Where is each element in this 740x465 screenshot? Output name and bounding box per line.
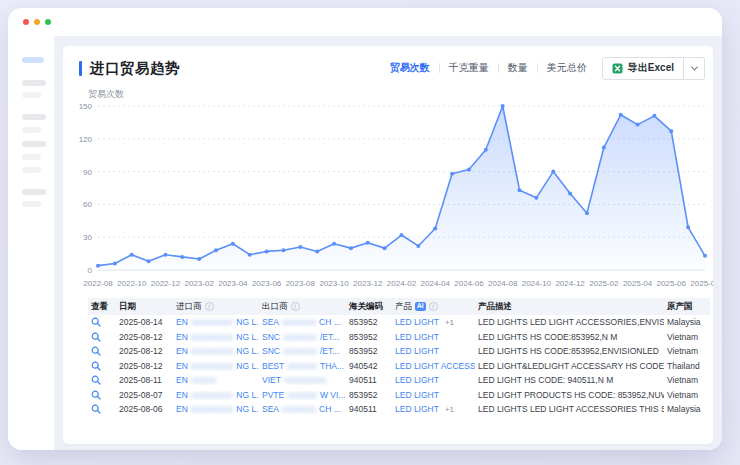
col-description: 产品描述 (475, 301, 664, 313)
product-description: LED LIGHTS LED LIGHT ACCESSORIES THIS SH… (475, 404, 664, 414)
view-record-button[interactable] (88, 404, 116, 414)
exporter-link[interactable]: SEA xxxxxxxxCH ... (259, 404, 346, 414)
svg-text:120: 120 (79, 135, 93, 144)
sidebar-item[interactable] (22, 114, 46, 120)
svg-text:2024-02: 2024-02 (387, 279, 417, 288)
card-header: 进口贸易趋势 贸易次数 千克重量 数量 美元总价 导出Exc (79, 55, 705, 81)
svg-text:0: 0 (88, 266, 93, 275)
table-row: 2025-08-12ENxxxxxxxxxxNG L...SNC xxxxxxx… (88, 344, 710, 359)
tab-quantity[interactable]: 数量 (508, 61, 528, 75)
table-header-row: 查看 日期 进口商i 出口商i 海关编码 产品AIi 产品描述 原产国 (88, 298, 710, 315)
svg-text:2023-02: 2023-02 (184, 279, 214, 288)
sidebar-item-active[interactable] (22, 57, 44, 63)
magnifier-icon (91, 404, 101, 414)
product-link[interactable]: LED LIGHT (392, 346, 475, 356)
exporter-link[interactable]: SEA xxxxxxxxCH ... (259, 317, 346, 327)
product-description: LED LIGHT HS CODE: 940511,N M (475, 375, 664, 385)
origin-country: Vietnam (664, 332, 710, 342)
view-record-button[interactable] (88, 332, 116, 342)
product-link[interactable]: LED LIGHT (392, 375, 475, 385)
export-split-button: 导出Excel (602, 57, 705, 80)
records-table: 查看 日期 进口商i 出口商i 海关编码 产品AIi 产品描述 原产国 2025… (88, 298, 710, 417)
info-icon[interactable]: i (291, 302, 300, 311)
view-record-button[interactable] (88, 317, 116, 327)
col-product: 产品AIi (392, 301, 475, 313)
sidebar-item[interactable] (22, 189, 46, 195)
trend-chart: 03060901201502022-082022-102022-122023-0… (63, 96, 713, 292)
origin-country: Vietnam (664, 346, 710, 356)
col-importer: 进口商i (173, 301, 259, 313)
table-row: 2025-08-12ENxxxxxxxxxxNG L...SNC xxxxxxx… (88, 330, 710, 345)
info-icon[interactable]: i (205, 302, 214, 311)
record-date: 2025-08-12 (116, 361, 173, 371)
tab-kg-weight[interactable]: 千克重量 (449, 61, 489, 75)
sidebar-item[interactable] (22, 80, 46, 86)
product-description: LED LIGHTS HS CODE:853952,ENVISIONLED (475, 346, 664, 356)
zoom-window-button[interactable] (45, 19, 51, 25)
origin-country: Thailand (664, 361, 710, 371)
export-excel-button[interactable]: 导出Excel (602, 57, 684, 80)
importer-link[interactable]: ENxxxxxxxxxxNG L... (173, 332, 259, 342)
record-date: 2025-08-06 (116, 404, 173, 414)
svg-text:2023-12: 2023-12 (353, 279, 383, 288)
svg-text:2023-06: 2023-06 (252, 279, 282, 288)
sidebar-item[interactable] (22, 127, 41, 133)
col-date: 日期 (116, 301, 173, 313)
product-description: LED LIGHTS HS CODE:853952,N M (475, 332, 664, 342)
sidebar-item[interactable] (22, 141, 46, 147)
info-icon[interactable]: i (429, 302, 438, 311)
exporter-link[interactable]: VIET xxxxxxxxxx (259, 375, 346, 385)
close-window-button[interactable] (23, 19, 29, 25)
hs-code: 853952 (346, 332, 392, 342)
exporter-link[interactable]: BESTxxxxxxx THA... (259, 361, 346, 371)
product-link[interactable]: LED LIGHT+1 (392, 317, 475, 327)
page-title: 进口贸易趋势 (90, 59, 180, 78)
origin-country: Malaysia (664, 317, 710, 327)
tab-usd-total[interactable]: 美元总价 (547, 61, 587, 75)
origin-country: Vietnam (664, 390, 710, 400)
ai-badge: AI (415, 302, 426, 311)
product-link[interactable]: LED LIGHT (392, 332, 475, 342)
importer-link[interactable]: ENxxxxxxxxxxNG L... (173, 361, 259, 371)
export-dropdown-button[interactable] (684, 57, 705, 80)
importer-link[interactable]: ENxxxxxxxxxxNG L... (173, 390, 259, 400)
col-view: 查看 (88, 301, 116, 313)
sidebar-item[interactable] (22, 154, 41, 160)
importer-link[interactable]: ENxxxxxx (173, 375, 259, 385)
importer-link[interactable]: ENxxxxxxxxxxNG L... (173, 404, 259, 414)
tab-trade-count[interactable]: 贸易次数 (390, 61, 430, 75)
product-link[interactable]: LED LIGHT ACCESSORY (392, 361, 475, 371)
svg-text:2024-08: 2024-08 (488, 279, 518, 288)
record-date: 2025-08-12 (116, 332, 173, 342)
window-titlebar (8, 8, 722, 36)
magnifier-icon (91, 375, 101, 385)
svg-text:2025-02: 2025-02 (589, 279, 619, 288)
table-row: 2025-08-06ENxxxxxxxxxxNG L...SEA xxxxxxx… (88, 402, 710, 417)
sidebar-item[interactable] (22, 201, 41, 207)
magnifier-icon (91, 361, 101, 371)
exporter-link[interactable]: SNC xxxxxxxx/ET... (259, 346, 346, 356)
exporter-link[interactable]: SNC xxxxxxxx/ET... (259, 332, 346, 342)
sidebar-item[interactable] (22, 167, 41, 173)
trade-trend-card: 进口贸易趋势 贸易次数 千克重量 数量 美元总价 导出Exc (63, 46, 713, 444)
product-description: LED LIGHT&LEDLIGHT ACCESSARY HS CODE: 94… (475, 361, 664, 371)
svg-text:90: 90 (83, 168, 92, 177)
view-record-button[interactable] (88, 375, 116, 385)
table-row: 2025-08-11ENxxxxxxVIET xxxxxxxxxx940511L… (88, 373, 710, 388)
product-link[interactable]: LED LIGHT+1 (392, 404, 475, 414)
minimize-window-button[interactable] (34, 19, 40, 25)
record-date: 2025-08-07 (116, 390, 173, 400)
view-record-button[interactable] (88, 390, 116, 400)
exporter-link[interactable]: PVTExxxxxxx W VI... (259, 390, 346, 400)
importer-link[interactable]: ENxxxxxxxxxxNG L... (173, 317, 259, 327)
product-link[interactable]: LED LIGHT (392, 390, 475, 400)
svg-text:2024-12: 2024-12 (555, 279, 585, 288)
hs-code: 853952 (346, 390, 392, 400)
tab-divider (439, 63, 440, 73)
view-record-button[interactable] (88, 346, 116, 356)
origin-country: Malaysia (664, 404, 710, 414)
importer-link[interactable]: ENxxxxxxxxxxNG L... (173, 346, 259, 356)
sidebar-item[interactable] (22, 92, 41, 98)
table-row: 2025-08-12ENxxxxxxxxxxNG L...BESTxxxxxxx… (88, 359, 710, 374)
view-record-button[interactable] (88, 361, 116, 371)
